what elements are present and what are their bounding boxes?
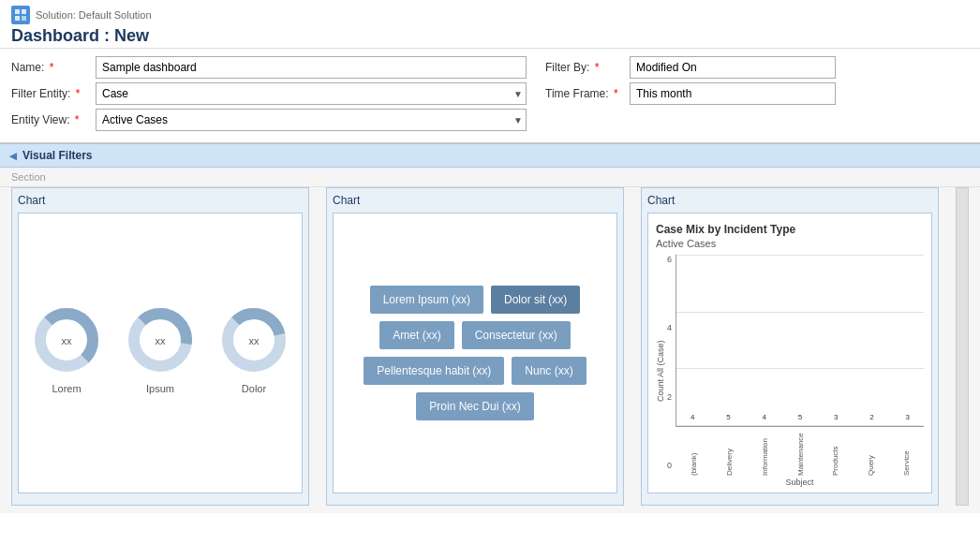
- tag-amet[interactable]: Amet (xx): [379, 321, 453, 349]
- chart-2-inner: Lorem Ipsum (xx) Dolor sit (xx) Amet (xx…: [333, 213, 617, 493]
- filter-by-required: *: [595, 61, 600, 74]
- svg-text:xx: xx: [249, 335, 260, 346]
- donut-row: xx Lorem xx Ipsum: [29, 302, 291, 394]
- filter-entity-select[interactable]: Case Account Contact Lead: [96, 82, 527, 105]
- time-frame-required: *: [614, 87, 618, 100]
- bars-row: 4 5: [676, 255, 924, 427]
- x-label-blank: (blank): [690, 429, 698, 476]
- scrollbar[interactable]: [956, 187, 969, 506]
- chart-3-title: Chart: [647, 194, 932, 207]
- name-input[interactable]: [96, 56, 527, 79]
- bar-chart-area: Count All (Case) 6 4 2 0: [656, 255, 924, 487]
- filter-by-label: Filter By: *: [545, 61, 630, 74]
- svg-rect-1: [22, 9, 26, 14]
- bar-chart-title: Case Mix by Incident Type: [656, 223, 924, 236]
- bar-chart-wrap: Case Mix by Incident Type Active Cases C…: [648, 213, 931, 493]
- x-label-maintenance: Maintenance: [796, 429, 805, 476]
- name-row: Name: *: [11, 56, 527, 79]
- donut-item-1: xx Lorem: [29, 302, 104, 394]
- x-label-query: Query: [867, 429, 875, 476]
- donut-item-2: xx Ipsum: [123, 302, 198, 394]
- tag-proin[interactable]: Proin Nec Dui (xx): [416, 392, 533, 420]
- x-axis-title: Subject: [676, 478, 924, 487]
- entity-view-select-wrap: Active Cases All Cases Closed Cases ▼: [96, 109, 527, 131]
- time-frame-label: Time Frame: *: [545, 87, 630, 100]
- tags-row-1: Lorem Ipsum (xx) Dolor sit (xx): [352, 286, 598, 314]
- svg-rect-3: [22, 16, 26, 21]
- svg-rect-0: [15, 9, 20, 14]
- visual-filters-header: ◀ Visual Filters: [0, 143, 980, 168]
- time-frame-input[interactable]: [630, 82, 836, 105]
- filter-entity-select-wrap: Case Account Contact Lead ▼: [96, 82, 527, 105]
- y-axis: 6 4 2 0: [667, 255, 676, 487]
- chart-2-title: Chart: [333, 194, 617, 207]
- tags-area: Lorem Ipsum (xx) Dolor sit (xx) Amet (xx…: [334, 267, 616, 439]
- chart-3-inner: Case Mix by Incident Type Active Cases C…: [647, 213, 932, 493]
- entity-view-row: Entity View: * Active Cases All Cases Cl…: [11, 109, 527, 131]
- tag-pellentesque[interactable]: Pellentesque habit (xx): [364, 357, 504, 385]
- svg-rect-2: [15, 16, 20, 21]
- section-triangle-icon: ◀: [9, 151, 17, 161]
- filter-by-row: Filter By: *: [545, 56, 969, 79]
- entity-view-label: Entity View: *: [11, 113, 96, 126]
- svg-text:xx: xx: [62, 335, 73, 346]
- tag-dolor-sit[interactable]: Dolor sit (xx): [491, 286, 580, 314]
- form-area: Name: * Filter Entity: * Case Account Co…: [0, 49, 980, 143]
- filter-entity-row: Filter Entity: * Case Account Contact Le…: [11, 82, 527, 105]
- tags-row-3: Pellentesque habit (xx) Nunc (xx): [352, 357, 598, 385]
- bar-chart-subtitle: Active Cases: [656, 238, 924, 249]
- x-label-service: Service: [902, 429, 911, 476]
- chart-1-inner: xx Lorem xx Ipsum: [18, 213, 303, 493]
- filter-entity-label: Filter Entity: *: [11, 87, 96, 100]
- filter-entity-required: *: [76, 87, 81, 100]
- visual-filters-title: Visual Filters: [22, 149, 92, 162]
- filter-by-input[interactable]: [630, 56, 836, 79]
- name-required: *: [50, 61, 54, 74]
- section-label-row: Section: [0, 168, 980, 187]
- chart-card-1: Chart xx Lorem xx: [11, 187, 309, 506]
- entity-view-select[interactable]: Active Cases All Cases Closed Cases: [96, 109, 527, 131]
- tag-consectetur[interactable]: Consectetur (xx): [462, 321, 571, 349]
- chart-card-2: Chart Lorem Ipsum (xx) Dolor sit (xx) Am…: [326, 187, 624, 506]
- tags-row-2: Amet (xx) Consectetur (xx): [352, 321, 598, 349]
- solution-icon: [11, 6, 30, 24]
- chart-1-title: Chart: [18, 194, 303, 207]
- x-label-products: Products: [831, 429, 839, 476]
- x-labels: (blank) Delivery Information Maintenance…: [676, 427, 924, 476]
- donut-label-1: Lorem: [52, 383, 81, 394]
- y-axis-title: Count All (Case): [656, 255, 665, 487]
- x-label-information: Information: [761, 429, 769, 476]
- name-label: Name: *: [11, 61, 96, 74]
- x-label-delivery: Delivery: [725, 429, 734, 476]
- svg-text:xx: xx: [156, 335, 167, 346]
- entity-view-required: *: [75, 113, 80, 126]
- solution-label: Solution: Default Solution: [11, 6, 969, 24]
- chart-card-3: Chart Case Mix by Incident Type Active C…: [641, 187, 939, 506]
- section-label: Section: [11, 171, 46, 183]
- donut-label-3: Dolor: [242, 383, 266, 394]
- top-bar: Solution: Default Solution Dashboard : N…: [0, 0, 980, 49]
- donut-label-2: Ipsum: [146, 383, 174, 394]
- page-title: Dashboard : New: [11, 26, 969, 46]
- tag-nunc[interactable]: Nunc (xx): [512, 357, 586, 385]
- tags-row-4: Proin Nec Dui (xx): [352, 392, 598, 420]
- tag-lorem-ipsum[interactable]: Lorem Ipsum (xx): [370, 286, 483, 314]
- donut-item-3: xx Dolor: [216, 302, 291, 394]
- time-frame-row: Time Frame: *: [545, 82, 969, 105]
